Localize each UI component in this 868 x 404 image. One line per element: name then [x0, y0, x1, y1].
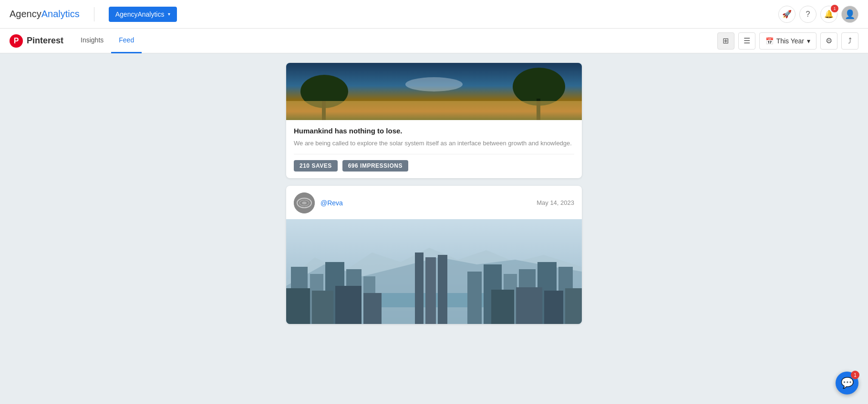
- filter-icon: ⚙: [826, 36, 832, 45]
- svg-rect-6: [286, 101, 582, 120]
- city-svg: [286, 219, 582, 324]
- tab-feed[interactable]: Feed: [111, 29, 142, 53]
- post-divider-1: [294, 154, 574, 154]
- post-image-2: [286, 219, 582, 324]
- post-stats-1: 210 SAVES 696 IMPRESSIONS: [294, 160, 574, 172]
- svg-rect-34: [516, 287, 542, 324]
- svg-rect-28: [438, 255, 447, 324]
- top-nav: AgencyAnalytics AgencyAnalytics ▾ 🚀 ? 🔔 …: [0, 0, 868, 29]
- feed-column: Humankind has nothing to lose. We are be…: [286, 63, 582, 394]
- svg-point-10: [302, 202, 307, 204]
- post-date-2: May 14, 2023: [537, 199, 574, 206]
- impressions-count: 696: [348, 162, 359, 169]
- grid-icon: ⊞: [723, 36, 729, 45]
- svg-rect-30: [312, 291, 333, 324]
- chevron-down-icon: ▾: [168, 11, 170, 17]
- sub-nav: P Pinterest Insights Feed ⊞ ☰ 📅 This Yea…: [0, 29, 868, 53]
- list-view-button[interactable]: ☰: [738, 32, 755, 50]
- chat-bubble[interactable]: 💬 1: [836, 372, 858, 394]
- brand-logo: AgencyAnalytics: [10, 9, 80, 20]
- saves-count: 210: [300, 162, 310, 169]
- svg-rect-35: [544, 291, 563, 324]
- post-body-1: Humankind has nothing to lose. We are be…: [286, 120, 582, 178]
- agency-dropdown-label: AgencyAnalytics: [115, 10, 165, 18]
- post-title-1: Humankind has nothing to lose.: [294, 127, 574, 135]
- sub-nav-actions: ⊞ ☰ 📅 This Year ▾ ⚙ ⤴: [717, 32, 858, 50]
- grid-view-button[interactable]: ⊞: [717, 32, 734, 50]
- post-username-2: @Reva: [320, 199, 343, 207]
- date-filter-label: This Year: [776, 37, 804, 45]
- tab-insights[interactable]: Insights: [73, 29, 111, 53]
- notification-badge: 1: [831, 5, 838, 12]
- pinterest-p-letter: P: [14, 37, 19, 45]
- user-avatar[interactable]: 👤: [841, 6, 858, 23]
- saves-badge: 210 SAVES: [294, 160, 338, 172]
- svg-rect-33: [491, 290, 514, 324]
- impressions-badge: 696 IMPRESSIONS: [342, 160, 408, 172]
- chat-badge: 1: [851, 371, 859, 379]
- date-chevron-icon: ▾: [807, 37, 810, 45]
- pinterest-logo: P Pinterest: [10, 34, 63, 48]
- post-desc-1: We are being called to explore the solar…: [294, 139, 574, 148]
- share-icon: ⤴: [848, 37, 852, 45]
- svg-rect-26: [415, 252, 424, 324]
- svg-rect-27: [425, 257, 436, 324]
- post-card-1: Humankind has nothing to lose. We are be…: [286, 63, 582, 178]
- help-icon: ?: [806, 10, 810, 19]
- user-icon: 👤: [845, 9, 855, 20]
- notifications-button[interactable]: 🔔 1: [820, 6, 837, 23]
- agency-dropdown[interactable]: AgencyAnalytics ▾: [109, 7, 177, 22]
- nav-icons: 🚀 ? 🔔 1 👤: [778, 6, 858, 23]
- list-icon: ☰: [744, 36, 750, 45]
- nav-divider: [94, 7, 94, 21]
- main-content: Humankind has nothing to lose. We are be…: [0, 53, 868, 404]
- date-filter-button[interactable]: 📅 This Year ▾: [759, 32, 816, 50]
- platform-name: Pinterest: [27, 36, 63, 46]
- post-header-2: @Reva May 14, 2023: [286, 186, 582, 219]
- pinterest-icon: P: [10, 34, 23, 48]
- nav-tabs: Insights Feed: [73, 29, 142, 53]
- help-button[interactable]: ?: [799, 6, 816, 23]
- calendar-icon: 📅: [765, 37, 774, 45]
- brand-agency: Agency: [10, 9, 41, 20]
- rocket-button[interactable]: 🚀: [778, 6, 796, 23]
- chat-icon: 💬: [841, 377, 854, 389]
- post-image-1: [286, 63, 582, 120]
- post-avatar-2: [294, 192, 315, 213]
- beach-svg: [286, 63, 582, 120]
- svg-rect-20: [467, 272, 482, 324]
- post-author-2: @Reva: [294, 192, 343, 213]
- svg-rect-36: [565, 288, 582, 324]
- rocket-icon: 🚀: [782, 10, 792, 19]
- svg-rect-31: [335, 286, 362, 324]
- share-button[interactable]: ⤴: [841, 32, 858, 50]
- filter-button[interactable]: ⚙: [820, 32, 837, 50]
- svg-rect-32: [363, 293, 382, 324]
- brand-analytics: Analytics: [41, 9, 80, 20]
- svg-rect-29: [286, 288, 310, 324]
- post-card-2: @Reva May 14, 2023: [286, 186, 582, 324]
- avatar-svg: [294, 192, 315, 213]
- svg-point-1: [405, 77, 463, 91]
